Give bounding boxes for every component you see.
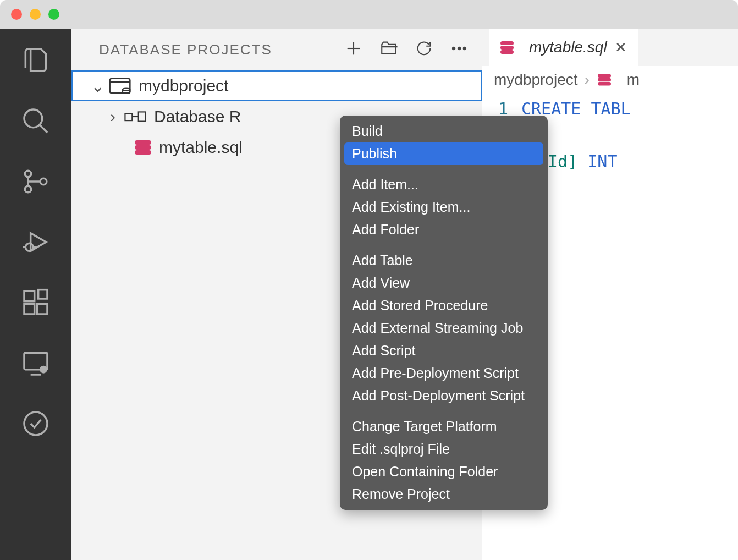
references-icon bbox=[124, 108, 146, 125]
code-line[interactable]: ) bbox=[521, 175, 738, 201]
explorer-icon[interactable] bbox=[20, 45, 51, 78]
svg-line-1 bbox=[40, 125, 47, 133]
task-icon[interactable] bbox=[20, 408, 51, 441]
svg-point-2 bbox=[25, 171, 31, 177]
project-node[interactable]: ⌄ mydbproject bbox=[71, 70, 482, 101]
svg-rect-11 bbox=[37, 304, 47, 314]
svg-point-4 bbox=[40, 178, 47, 185]
file-name-label: mytable.sql bbox=[159, 138, 243, 157]
svg-point-0 bbox=[24, 109, 42, 128]
menu-separator bbox=[348, 411, 540, 411]
open-folder-icon[interactable] bbox=[379, 39, 398, 60]
database-icon bbox=[598, 74, 611, 86]
activity-bar bbox=[0, 29, 71, 560]
chevron-right-icon[interactable]: › bbox=[104, 107, 121, 126]
menu-item-publish[interactable]: Publish bbox=[344, 142, 543, 165]
window-titlebar bbox=[0, 0, 738, 29]
maximize-window-button[interactable] bbox=[48, 9, 59, 20]
menu-item-change-target-platform[interactable]: Change Target Platform bbox=[340, 415, 548, 438]
run-debug-icon[interactable] bbox=[20, 227, 51, 260]
menu-item-add-stored-procedure[interactable]: Add Stored Procedure bbox=[340, 294, 548, 317]
context-menu: BuildPublishAdd Item...Add Existing Item… bbox=[340, 116, 548, 510]
svg-point-6 bbox=[25, 243, 33, 251]
menu-item-add-script[interactable]: Add Script bbox=[340, 339, 548, 362]
breadcrumb[interactable]: mydbproject › m bbox=[482, 66, 738, 94]
svg-rect-27 bbox=[139, 112, 146, 121]
menu-item-open-containing-folder[interactable]: Open Containing Folder bbox=[340, 460, 548, 483]
svg-rect-9 bbox=[24, 291, 35, 301]
svg-point-20 bbox=[458, 47, 460, 50]
menu-item-remove-project[interactable]: Remove Project bbox=[340, 483, 548, 506]
menu-item-add-post-deployment-script[interactable]: Add Post-Deployment Script bbox=[340, 385, 548, 407]
menu-item-add-external-streaming-job[interactable]: Add External Streaming Job bbox=[340, 317, 548, 339]
menu-item-add-item[interactable]: Add Item... bbox=[340, 173, 548, 196]
project-name-label: mydbproject bbox=[139, 76, 228, 95]
menu-item-add-view[interactable]: Add View bbox=[340, 272, 548, 294]
new-project-icon[interactable] bbox=[344, 39, 363, 60]
menu-separator bbox=[348, 245, 540, 245]
remote-icon[interactable] bbox=[20, 348, 51, 381]
code-line[interactable]: [Id] INT bbox=[521, 149, 738, 175]
svg-point-15 bbox=[40, 366, 47, 374]
source-control-icon[interactable] bbox=[20, 166, 51, 199]
breadcrumb-separator: › bbox=[585, 71, 590, 89]
references-label: Database R bbox=[154, 107, 241, 126]
close-window-button[interactable] bbox=[11, 9, 22, 20]
svg-point-21 bbox=[464, 47, 466, 50]
database-icon bbox=[135, 140, 151, 155]
extensions-icon[interactable] bbox=[20, 287, 51, 320]
more-actions-icon[interactable] bbox=[450, 39, 469, 60]
svg-rect-12 bbox=[38, 290, 47, 299]
database-projects-panel: DATABASE PROJECTS ⌄ mydbproject › Databa… bbox=[71, 29, 482, 560]
menu-item-add-table[interactable]: Add Table bbox=[340, 249, 548, 272]
menu-item-add-folder[interactable]: Add Folder bbox=[340, 218, 548, 241]
code-line[interactable] bbox=[521, 201, 738, 228]
tab-bar: mytable.sql ✕ bbox=[482, 29, 738, 66]
menu-item-add-existing-item[interactable]: Add Existing Item... bbox=[340, 196, 548, 218]
menu-item-add-pre-deployment-script[interactable]: Add Pre-Deployment Script bbox=[340, 362, 548, 385]
chevron-down-icon[interactable]: ⌄ bbox=[89, 76, 106, 96]
svg-rect-25 bbox=[125, 113, 132, 120]
code-line[interactable]: CREATE TABL bbox=[521, 96, 738, 122]
svg-point-3 bbox=[25, 186, 31, 193]
svg-point-19 bbox=[453, 47, 455, 50]
svg-point-16 bbox=[24, 412, 47, 435]
breadcrumb-file[interactable]: m bbox=[627, 71, 640, 89]
refresh-icon[interactable] bbox=[415, 39, 433, 60]
svg-point-24 bbox=[123, 89, 130, 91]
code-content[interactable]: CREATE TABL([Id] INT) bbox=[521, 96, 738, 228]
database-project-icon bbox=[109, 77, 131, 95]
panel-title: DATABASE PROJECTS bbox=[99, 41, 272, 58]
database-icon bbox=[500, 41, 514, 54]
close-tab-icon[interactable]: ✕ bbox=[615, 39, 627, 56]
minimize-window-button[interactable] bbox=[30, 9, 41, 20]
breadcrumb-root[interactable]: mydbproject bbox=[494, 71, 578, 89]
menu-separator bbox=[348, 169, 540, 169]
menu-item-edit-sqlproj-file[interactable]: Edit .sqlproj File bbox=[340, 438, 548, 460]
svg-rect-10 bbox=[24, 304, 35, 314]
menu-item-build[interactable]: Build bbox=[340, 120, 548, 142]
search-icon[interactable] bbox=[20, 106, 51, 139]
tab-title: mytable.sql bbox=[529, 39, 607, 56]
code-line[interactable]: ( bbox=[521, 122, 738, 149]
editor-tab[interactable]: mytable.sql ✕ bbox=[489, 29, 638, 66]
